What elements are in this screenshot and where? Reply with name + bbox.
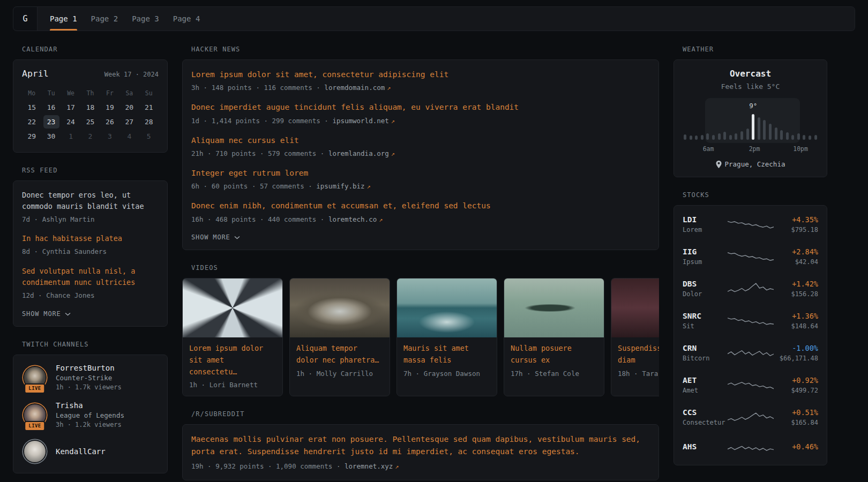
post-domain-link[interactable]: loremnet.xyz — [345, 462, 393, 470]
channel-info: ForrestBurton Counter-Strike 1h · 1.7k v… — [56, 364, 122, 391]
external-link-icon: ↗ — [379, 216, 383, 223]
rss-item-link[interactable]: Donec tempor eros leo, ut commodo mauris… — [22, 190, 159, 212]
stock-row[interactable]: AHS +0.46% — [683, 433, 818, 462]
stock-name: Lorem — [683, 226, 728, 234]
weather-hourly-chart: 9° — [683, 98, 818, 143]
stock-row[interactable]: AET Amet +0.92% $499.72 — [683, 369, 818, 401]
rss-item-link[interactable]: Sed volutpat nulla nisl, a condimentum n… — [22, 266, 159, 288]
channel-name: Trisha — [56, 401, 124, 410]
subreddit-post-link[interactable]: Maecenas mollis pulvinar erat non posuer… — [191, 433, 650, 458]
weekday-label: Mo — [22, 86, 41, 100]
middle-column: HACKER NEWS Lorem ipsum dolor sit amet, … — [182, 46, 659, 482]
stock-row[interactable]: SNRC Sit +1.36% $148.64 — [683, 305, 818, 337]
show-more-label: SHOW MORE — [191, 234, 230, 241]
hn-story-meta: 1d · 1,414 points · 299 comments · ipsum… — [191, 116, 650, 126]
twitch-channel[interactable]: LIVE ForrestBurton Counter-Strike 1h · 1… — [22, 364, 159, 391]
axis-tick: 10pm — [793, 145, 808, 153]
stock-sparkline — [728, 410, 774, 425]
hn-story: Integer eget rutrum lorem 6h · 60 points… — [191, 167, 650, 191]
hn-domain-link[interactable]: ipsumify.biz — [316, 182, 364, 190]
hn-story-link[interactable]: Donec enim nibh, condimentum et accumsan… — [191, 200, 650, 212]
video-title-link[interactable]: Mauris sit amet massa felis — [403, 343, 490, 366]
stock-sparkline — [728, 440, 774, 455]
section-title-videos: VIDEOS — [191, 264, 659, 272]
calendar-day: 22 — [24, 115, 40, 129]
video-title-link[interactable]: Nullam posuere cursus ex — [511, 343, 597, 366]
hn-story-link[interactable]: Donec imperdiet augue tincidunt felis al… — [191, 101, 650, 113]
rss-item-link[interactable]: In hac habitasse platea — [22, 233, 159, 244]
video-card[interactable]: Suspendisse tempor diam 18h · Tara — [611, 278, 659, 396]
video-thumbnail[interactable] — [397, 278, 497, 337]
section-title-twitch: TWITCH CHANNELS — [22, 341, 168, 348]
rss-show-more-button[interactable]: SHOW MORE — [22, 309, 71, 318]
stock-change: +4.35% — [774, 215, 819, 224]
video-card[interactable]: Lorem ipsum dolor sit amet consectetu… 1… — [182, 278, 283, 396]
video-meta: 1h · Molly Carrillo — [296, 370, 383, 378]
tab-page-4[interactable]: Page 4 — [166, 7, 207, 31]
calendar-day: 18 — [82, 101, 98, 114]
stock-row[interactable]: DBS Dolor +1.42% $156.28 — [683, 273, 818, 305]
hn-domain-link[interactable]: ipsumworld.net — [332, 117, 388, 125]
hn-meta-text: 6h · 60 points · 57 comments · — [191, 182, 316, 190]
video-meta: 17h · Stefan Cole — [511, 370, 597, 378]
video-thumbnail[interactable] — [504, 278, 604, 337]
stock-ticker: DBS — [683, 280, 728, 288]
hn-domain-link[interactable]: loremtech.co — [328, 215, 377, 223]
calendar-widget: CALENDAR April Week 17 · 2024 Mo Tu We T… — [13, 46, 168, 153]
twitch-channel[interactable]: KendallCarr — [22, 439, 159, 464]
rss-item-meta: 7d · Ashlyn Martin — [22, 215, 159, 224]
video-card[interactable]: Aliquam tempor dolor nec pharetra… 1h · … — [289, 278, 390, 396]
video-meta: 18h · Tara — [618, 370, 659, 378]
hn-story: Aliquam nec cursus elit 21h · 710 points… — [191, 134, 650, 159]
stock-sparkline — [728, 217, 774, 232]
hn-story-link[interactable]: Integer eget rutrum lorem — [191, 167, 650, 179]
weather-location: Prague, Czechia — [683, 160, 818, 168]
hn-story-meta: 21h · 710 points · 579 comments · loreml… — [191, 149, 650, 159]
stock-change: -1.00% — [774, 344, 819, 352]
video-title-link[interactable]: Suspendisse tempor diam — [618, 343, 659, 366]
video-title-link[interactable]: Lorem ipsum dolor sit amet consectetu… — [189, 343, 276, 378]
stock-name: Sit — [683, 322, 728, 330]
calendar-day: 21 — [141, 101, 157, 114]
rss-item-meta: 12d · Chance Jones — [22, 291, 159, 300]
stock-sparkline — [728, 249, 774, 264]
twitch-channel[interactable]: LIVE Trisha League of Legends 3h · 1.2k … — [22, 401, 159, 428]
stock-id: CCS Consectetur — [683, 408, 728, 426]
stocks-card: LDI Lorem +4.35% $795.18 IIG Ipsum — [674, 205, 827, 465]
stock-row[interactable]: IIG Ipsum +2.84% $42.04 — [683, 240, 818, 273]
calendar-day: 15 — [24, 101, 40, 114]
calendar-day-next-month: 5 — [141, 130, 157, 143]
video-card[interactable]: Nullam posuere cursus ex 17h · Stefan Co… — [504, 278, 604, 396]
hn-domain-link[interactable]: loremlandia.org — [328, 149, 389, 157]
video-thumbnail[interactable] — [611, 278, 659, 337]
stock-row[interactable]: CRN Bitcorn -1.00% $66,171.48 — [683, 337, 818, 369]
stock-change: +2.84% — [774, 247, 819, 256]
tab-page-3[interactable]: Page 3 — [125, 7, 166, 31]
hn-story-link[interactable]: Lorem ipsum dolor sit amet, consectetur … — [191, 69, 650, 80]
tab-page-2[interactable]: Page 2 — [84, 7, 125, 31]
subreddit-post: Maecenas mollis pulvinar erat non posuer… — [191, 433, 650, 471]
hn-show-more-button[interactable]: SHOW MORE — [191, 232, 240, 241]
weather-widget: WEATHER Overcast Feels like 5°C 9° 6am 2… — [674, 46, 827, 177]
hn-story-meta: 3h · 148 points · 116 comments · loremdo… — [191, 83, 650, 93]
stock-price: $165.84 — [774, 419, 819, 426]
video-title-link[interactable]: Aliquam tempor dolor nec pharetra… — [296, 343, 383, 366]
video-card[interactable]: Mauris sit amet massa felis 7h · Grayson… — [396, 278, 497, 396]
calendar-day: 16 — [43, 101, 59, 114]
video-meta: 7h · Grayson Dawson — [403, 370, 490, 378]
stock-row[interactable]: CCS Consectetur +0.51% $165.84 — [683, 401, 818, 433]
stock-values: +0.92% $499.72 — [774, 376, 819, 394]
calendar-day: 20 — [121, 101, 137, 114]
app-logo[interactable]: G — [13, 7, 38, 31]
video-thumbnail[interactable] — [290, 278, 390, 337]
section-title-weather: WEATHER — [683, 46, 827, 53]
hn-domain-link[interactable]: loremdomain.com — [324, 84, 385, 92]
stock-row[interactable]: LDI Lorem +4.35% $795.18 — [683, 208, 818, 240]
hn-story-link[interactable]: Aliquam nec cursus elit — [191, 134, 650, 146]
calendar-header: April Week 17 · 2024 — [22, 69, 159, 79]
stock-id: CRN Bitcorn — [683, 344, 728, 362]
weather-bars — [684, 109, 817, 140]
tab-page-1[interactable]: Page 1 — [43, 7, 84, 31]
video-thumbnail[interactable] — [183, 278, 282, 337]
calendar-day: 17 — [63, 101, 79, 114]
